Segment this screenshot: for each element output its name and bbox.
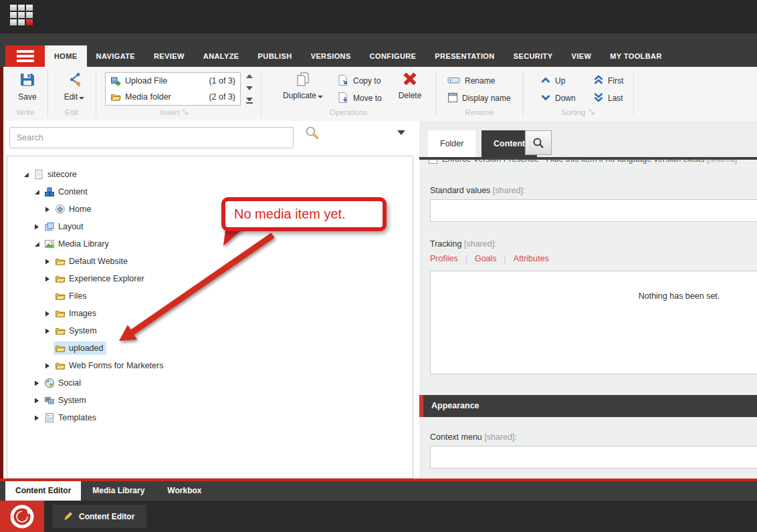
tree-item-content: sitecore [32,168,80,181]
search-bar-row [3,121,413,156]
insert-item-upload-file[interactable]: Upload File(1 of 3) [106,73,240,89]
delete-button[interactable]: Delete [393,71,427,100]
link-separator: | [504,254,506,263]
ribbon-tab-view[interactable]: VIEW [562,45,601,67]
content-editor-app-button[interactable]: Content Editor [53,505,146,528]
tree-collapsed-icon[interactable] [45,328,53,334]
hamburger-menu-icon[interactable] [5,45,45,67]
tree-item-media-library[interactable]: Media Library [7,235,413,253]
copy-to-button[interactable]: Copy to [337,74,381,88]
document-icon [33,169,44,180]
ribbon-tab-review[interactable]: REVIEW [144,45,194,67]
group-separator [96,70,96,117]
spinner-last-icon[interactable] [246,98,253,104]
sitecore-grid-logo-icon[interactable] [10,5,33,25]
tree-item-templates[interactable]: Templates [7,409,413,426]
sort-first-button[interactable]: First [593,74,623,88]
tree-expanded-icon[interactable] [34,241,43,247]
ribbon-tab-publish[interactable]: PUBLISH [249,45,302,67]
tree-item-social[interactable]: Social [7,374,413,392]
app-tab-media-library[interactable]: Media Library [81,481,156,501]
insert-list-spinner [244,72,255,106]
enforce-version-presence-checkbox[interactable] [429,160,437,164]
appearance-section-header[interactable]: Appearance [419,395,757,417]
tree-collapsed-icon[interactable] [34,380,43,386]
save-icon [19,71,36,90]
tree-collapsed-icon[interactable] [34,415,43,421]
dialog-launcher-icon[interactable] [182,109,189,116]
tree-collapsed-icon[interactable] [45,259,53,265]
search-icon[interactable] [304,125,320,144]
tree-item-web-forms-for-marketers[interactable]: Web Forms for Marketers [7,357,413,374]
insert-item-media-folder[interactable]: Media folder(2 of 3) [106,89,240,105]
editor-search-button[interactable] [525,130,552,155]
ribbon-tab-home[interactable]: HOME [45,45,87,67]
tree-collapsed-icon[interactable] [45,276,53,282]
layout-icon [44,221,55,232]
ribbon-tab-navigate[interactable]: NAVIGATE [87,45,144,67]
ribbon-tab-presentation[interactable]: PRESENTATION [425,45,504,67]
tracking-link-profiles[interactable]: Profiles [430,254,458,263]
context-menu-input[interactable] [430,446,757,469]
ribbon-tabs: HOMENAVIGATEREVIEWANALYZEPUBLISHVERSIONS… [45,45,671,67]
ribbon-tab-versions[interactable]: VERSIONS [302,45,360,67]
app-tab-bar: Content EditorMedia LibraryWorkbox [0,481,757,501]
sort-up-button[interactable]: Up [540,74,565,88]
save-button[interactable]: Save [11,71,43,102]
spinner-up-icon[interactable] [246,74,253,78]
duplicate-button[interactable]: Duplicate [279,71,327,100]
tree-collapsed-icon[interactable] [45,311,53,317]
edit-group-label: Edit [47,108,96,116]
tree-item-default-website[interactable]: Default Website [7,253,413,270]
system-icon [44,395,55,406]
sort-last-button[interactable]: Last [593,91,623,106]
tree-collapsed-icon[interactable] [34,224,43,230]
chevron-down-icon [318,96,323,98]
tree-expanded-icon[interactable] [23,172,32,178]
sort-down-button[interactable]: Down [540,91,576,106]
search-dropdown-icon[interactable] [397,130,405,135]
tracking-links: Profiles|Goals|Attributes [430,254,549,263]
insert-group-label: Insert [105,108,244,116]
tree-expanded-icon[interactable] [34,189,43,195]
edit-button[interactable]: Edit [57,71,92,102]
ribbon-tab-configure[interactable]: CONFIGURE [360,45,426,67]
tree-collapsed-icon[interactable] [45,207,53,213]
sitecore-logo-icon[interactable] [0,501,44,532]
tree-item-uploaded[interactable]: uploaded [7,340,413,357]
tree-item-system[interactable]: System [7,322,413,340]
display-name-icon [447,92,458,105]
tree-collapsed-icon[interactable] [45,363,53,369]
tree-item-files[interactable]: Files [7,287,413,305]
move-to-button[interactable]: Move to [337,91,382,106]
tree-item-content: Layout [43,220,87,233]
tree-item-sitecore[interactable]: sitecore [7,166,413,183]
display-name-button[interactable]: Display name [447,91,511,106]
editor-tab-folder[interactable]: Folder [428,130,475,157]
tree-item-experience-explorer[interactable]: Experience Explorer [7,270,413,287]
app-tab-workbox[interactable]: Workbox [156,481,213,501]
tree-item-content: Web Forms for Marketers [53,359,167,372]
tree-item-label: Social [58,378,81,388]
cubes-icon [44,186,55,197]
search-input[interactable] [9,127,294,148]
appearance-title: Appearance [431,395,479,417]
delete-icon [402,71,418,89]
edit-icon [66,71,83,90]
tree-collapsed-icon[interactable] [34,398,43,404]
template-icon [44,412,55,423]
tree-item-system[interactable]: System [7,392,413,409]
rename-button[interactable]: Rename [447,74,495,88]
tree-item-content: Home [53,203,94,216]
tree-item-images[interactable]: Images [7,305,413,322]
app-tab-content-editor[interactable]: Content Editor [5,481,81,501]
spinner-down-icon[interactable] [246,86,253,90]
dialog-launcher-icon[interactable] [588,109,595,116]
tracking-link-attributes[interactable]: Attributes [514,254,549,263]
tracking-link-goals[interactable]: Goals [475,254,497,263]
standard-values-label: Standard values [shared]: [430,186,525,195]
ribbon-tab-security[interactable]: SECURITY [504,45,562,67]
standard-values-input[interactable] [430,199,757,222]
ribbon-tab-my-toolbar[interactable]: MY TOOLBAR [601,45,671,67]
ribbon-tab-analyze[interactable]: ANALYZE [194,45,249,67]
